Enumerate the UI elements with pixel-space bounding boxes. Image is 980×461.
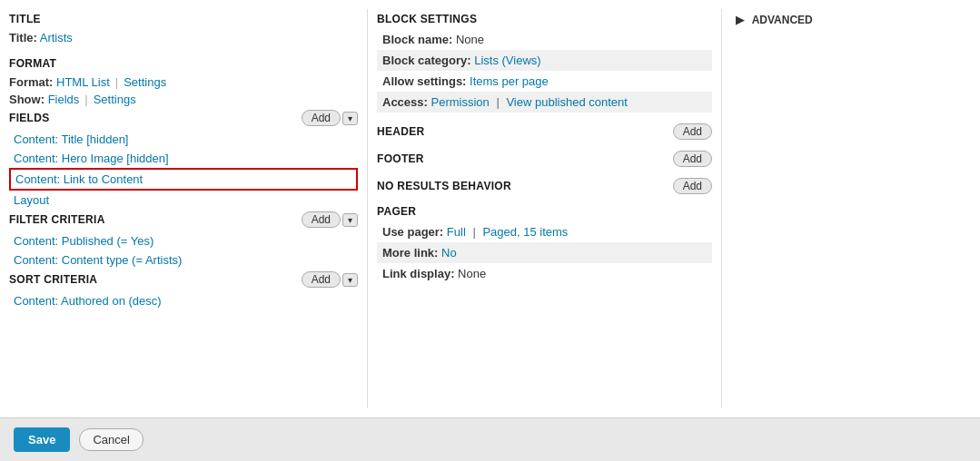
advanced-section: ▶ ADVANCED: [736, 13, 971, 26]
filter-row-1[interactable]: Content: Content type (= Artists): [9, 250, 358, 270]
col-middle: BLOCK SETTINGS Block name: None Block ca…: [368, 9, 722, 408]
no-results-section-title: NO RESULTS BEHAVIOR: [377, 180, 511, 192]
title-section-header: TITLE: [9, 13, 358, 25]
col-left: TITLE Title: Artists FORMAT Format: HTML…: [9, 9, 368, 408]
header-add-button[interactable]: Add: [673, 123, 712, 140]
footer-section-row: FOOTER Add: [377, 149, 712, 169]
access-view-link[interactable]: View published content: [506, 95, 627, 109]
fields-add-button[interactable]: Add: [302, 110, 341, 126]
pager-sep: |: [472, 225, 479, 239]
filter-section-header: FILTER CRITERIA: [9, 213, 105, 226]
layout-link[interactable]: Layout: [14, 193, 49, 207]
col-right: ▶ ADVANCED: [722, 9, 971, 408]
filter-add-dropdown[interactable]: ▾: [342, 213, 358, 227]
fields-add-group: Add ▾: [302, 110, 358, 126]
filter-header-row: FILTER CRITERIA Add ▾: [9, 210, 358, 230]
field-link-0[interactable]: Content: Title [hidden]: [14, 132, 128, 146]
field-row-2[interactable]: Content: Link to Content: [9, 168, 358, 191]
show-row: Show: Fields | Settings: [9, 91, 358, 108]
access-permission-link[interactable]: Permission: [431, 95, 490, 109]
filter-add-button[interactable]: Add: [302, 211, 341, 228]
header-section-title: HEADER: [377, 125, 424, 138]
use-pager-label: Use pager:: [382, 225, 443, 239]
filter-link-0[interactable]: Content: Published (= Yes): [14, 234, 153, 248]
field-row-0[interactable]: Content: Title [hidden]: [9, 130, 358, 149]
sort-add-group: Add ▾: [302, 271, 358, 288]
use-pager-extra[interactable]: Paged, 15 items: [482, 225, 568, 239]
use-pager-value[interactable]: Full: [447, 225, 466, 239]
advanced-title[interactable]: ADVANCED: [752, 14, 813, 26]
filter-link-1[interactable]: Content: Content type (= Artists): [14, 253, 182, 267]
format-value-link[interactable]: HTML List: [56, 75, 110, 89]
block-category-row: Block category: Lists (Views): [377, 50, 712, 71]
sort-link-0[interactable]: Content: Authored on (desc): [14, 294, 162, 308]
allow-settings-value[interactable]: Items per page: [470, 74, 549, 88]
advanced-arrow-icon: ▶: [736, 13, 745, 26]
more-link-label: More link:: [382, 246, 438, 260]
header-section-row: HEADER Add: [377, 122, 712, 142]
sort-section-header: SORT CRITERIA: [9, 273, 97, 286]
no-results-add-button[interactable]: Add: [673, 178, 712, 194]
field-link-1[interactable]: Content: Hero Image [hidden]: [14, 152, 169, 165]
access-label: Access:: [382, 95, 428, 109]
block-category-label: Block category:: [382, 54, 471, 67]
main-content: TITLE Title: Artists FORMAT Format: HTML…: [0, 0, 980, 417]
show-fields-link[interactable]: Fields: [48, 93, 80, 106]
title-label: Title:: [9, 31, 37, 44]
pager-section-title: PAGER: [377, 205, 712, 218]
show-label: Show:: [9, 93, 45, 106]
sort-add-dropdown[interactable]: ▾: [342, 273, 358, 287]
field-link-2[interactable]: Content: Link to Content: [15, 172, 143, 186]
format-settings-link[interactable]: Settings: [124, 75, 166, 89]
layout-row[interactable]: Layout: [9, 191, 358, 210]
block-name-label: Block name:: [382, 33, 452, 46]
more-link-row: More link: No: [377, 242, 712, 263]
fields-add-dropdown[interactable]: ▾: [342, 112, 358, 125]
more-link-value[interactable]: No: [441, 246, 457, 260]
format-sep: |: [115, 75, 118, 89]
format-row: Format: HTML List | Settings: [9, 74, 358, 91]
block-name-value: None: [456, 33, 484, 46]
footer-add-button[interactable]: Add: [673, 151, 712, 167]
format-label: Format:: [9, 75, 53, 89]
title-row: Title: Artists: [9, 29, 358, 46]
filter-row-0[interactable]: Content: Published (= Yes): [9, 231, 358, 250]
allow-settings-row: Allow settings: Items per page: [377, 71, 712, 92]
block-name-row: Block name: None: [377, 29, 712, 50]
filter-add-group: Add ▾: [302, 211, 358, 228]
link-display-label: Link display:: [382, 267, 454, 280]
link-display-row: Link display: None: [377, 263, 712, 284]
sort-add-button[interactable]: Add: [302, 271, 341, 288]
use-pager-row: Use pager: Full | Paged, 15 items: [377, 221, 712, 242]
access-row: Access: Permission | View published cont…: [377, 92, 712, 113]
no-results-section-row: NO RESULTS BEHAVIOR Add: [377, 176, 712, 196]
footer-section-title: FOOTER: [377, 152, 424, 165]
fields-section-header: FIELDS: [9, 112, 49, 124]
block-category-value[interactable]: Lists (Views): [474, 54, 540, 67]
allow-settings-label: Allow settings:: [382, 74, 466, 88]
page-wrapper: TITLE Title: Artists FORMAT Format: HTML…: [0, 0, 980, 461]
format-section-header: FORMAT: [9, 57, 358, 70]
footer-bar: Save Cancel: [0, 417, 980, 461]
field-row-1[interactable]: Content: Hero Image [hidden]: [9, 149, 358, 168]
block-settings-header: BLOCK SETTINGS: [377, 13, 712, 25]
title-value: Artists: [40, 31, 73, 44]
sort-row-0[interactable]: Content: Authored on (desc): [9, 291, 358, 310]
access-sep: |: [496, 95, 502, 109]
fields-header-row: FIELDS Add ▾: [9, 108, 358, 128]
link-display-value: None: [458, 267, 486, 280]
show-settings-link[interactable]: Settings: [94, 93, 136, 106]
sort-header-row: SORT CRITERIA Add ▾: [9, 270, 358, 289]
save-button[interactable]: Save: [14, 427, 70, 452]
show-sep: |: [84, 93, 87, 106]
cancel-button[interactable]: Cancel: [79, 428, 143, 451]
